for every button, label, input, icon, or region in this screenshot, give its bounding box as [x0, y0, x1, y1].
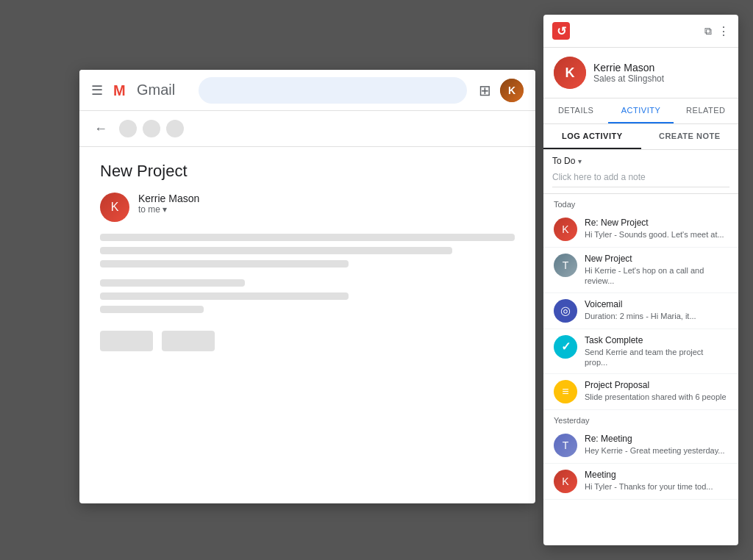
email-subject: New Project [100, 162, 515, 181]
activity-item-project-proposal[interactable]: ≡ Project Proposal Slide presentation sh… [543, 374, 738, 410]
tab-details[interactable]: DETAILS [543, 98, 608, 123]
sender-avatar: K [100, 193, 129, 222]
activity-icon-tyler-2: T [554, 434, 577, 457]
todo-dropdown-icon[interactable]: ▾ [578, 157, 582, 165]
profile-avatar: K [554, 57, 586, 89]
section-header-today: Today [543, 194, 738, 212]
crm-top-icons: ⧉ ⋮ [704, 24, 729, 38]
nav-circles [119, 120, 184, 137]
gmail-logo-text: Gmail [137, 82, 175, 98]
activity-text-re-meeting: Re: Meeting Hey Kerrie - Great meeting y… [585, 434, 725, 456]
activity-item-re-meeting[interactable]: T Re: Meeting Hey Kerrie - Great meeting… [543, 428, 738, 464]
activity-icon-voicemail: ◎ [554, 299, 577, 323]
skeleton-line [100, 279, 245, 287]
skeleton-group [100, 279, 515, 313]
subtab-create-note[interactable]: CREATE NOTE [641, 124, 739, 149]
gmail-m-svg: M [110, 79, 134, 102]
activity-title: Re: New Project [585, 218, 724, 228]
activity-text-voicemail: Voicemail Duration: 2 mins - Hi Maria, i… [585, 299, 696, 321]
activity-icon-kerrie-2: K [554, 470, 577, 493]
tab-activity[interactable]: ACTIVITY [608, 98, 673, 123]
activity-item-meeting[interactable]: K Meeting Hi Tyler - Thanks for your tim… [543, 464, 738, 500]
activity-text-new-project: New Project Hi Kerrie - Let's hop on a c… [585, 254, 728, 287]
profile-subtitle: Sales at Slingshot [593, 73, 664, 84]
apps-icon[interactable]: ⊞ [479, 82, 491, 99]
gmail-icons-right: ⊞ K [479, 79, 524, 102]
skeleton-btn [100, 331, 153, 351]
crm-profile: K Kerrie Mason Sales at Slingshot [543, 48, 738, 98]
activity-item-re-new-project[interactable]: K Re: New Project Hi Tyler - Sounds good… [543, 212, 738, 248]
menu-icon[interactable]: ☰ [91, 82, 103, 98]
external-link-icon[interactable]: ⧉ [704, 25, 712, 37]
email-sender-row: K Kerrie Mason to me ▾ [100, 193, 515, 222]
crm-panel: ↺ ⧉ ⋮ K Kerrie Mason Sales at Slingshot … [543, 15, 738, 545]
activity-title: Voicemail [585, 299, 696, 309]
nav-circle-3 [166, 120, 184, 137]
activity-text-project-proposal: Project Proposal Slide presentation shar… [585, 380, 727, 402]
todo-label: To Do [552, 156, 575, 166]
todo-row: To Do ▾ [552, 156, 729, 166]
gmail-topbar: ☰ M Gmail ⊞ K [79, 70, 535, 111]
skeleton-line [100, 234, 515, 241]
sender-info: Kerrie Mason to me ▾ [138, 193, 199, 215]
activity-preview: Hi Tyler - Sounds good. Let's meet at... [585, 229, 724, 240]
gmail-window: ☰ M Gmail ⊞ K ← [79, 70, 535, 503]
more-options-icon[interactable]: ⋮ [718, 24, 729, 38]
back-button[interactable]: ← [94, 121, 107, 137]
log-activity-area: To Do ▾ Click here to add a note [543, 150, 738, 194]
profile-info: Kerrie Mason Sales at Slingshot [593, 62, 664, 84]
activity-title: New Project [585, 254, 728, 264]
activity-title: Project Proposal [585, 380, 727, 390]
activity-text-task-complete: Task Complete Send Kerrie and team the p… [585, 335, 728, 368]
sender-to: to me ▾ [138, 204, 199, 215]
skeleton-btn [162, 331, 215, 351]
sender-name: Kerrie Mason [138, 193, 199, 204]
skeleton-line [100, 247, 452, 254]
activity-feed: Today K Re: New Project Hi Tyler - Sound… [543, 194, 738, 545]
activity-subtabs: LOG ACTIVITY CREATE NOTE [543, 124, 738, 150]
activity-icon-document: ≡ [554, 380, 577, 403]
divider-line [552, 187, 729, 187]
activity-icon-task: ✓ [554, 335, 577, 359]
nav-circle-2 [143, 120, 160, 137]
activity-preview: Hi Tyler - Thanks for your time tod... [585, 481, 713, 492]
activity-text-meeting: Meeting Hi Tyler - Thanks for your time … [585, 470, 713, 492]
skeleton-line [100, 292, 349, 300]
subtab-log-activity[interactable]: LOG ACTIVITY [543, 124, 641, 149]
activity-preview: Send Kerrie and team the project prop... [585, 347, 728, 368]
nav-circle-1 [119, 120, 137, 137]
email-skeleton [100, 234, 515, 351]
activity-preview: Duration: 2 mins - Hi Maria, it... [585, 311, 696, 321]
gmail-user-avatar[interactable]: K [500, 79, 524, 102]
email-body: New Project K Kerrie Mason to me ▾ [79, 147, 535, 366]
svg-text:M: M [113, 82, 126, 98]
profile-name: Kerrie Mason [593, 62, 664, 73]
crm-main-tabs: DETAILS ACTIVITY RELATED [543, 98, 738, 124]
gmail-search[interactable] [199, 77, 467, 104]
gmail-logo: M Gmail [110, 79, 175, 102]
skeleton-line [100, 260, 349, 268]
skeleton-line [100, 306, 204, 313]
activity-preview: Slide presentation shared with 6 people [585, 392, 727, 402]
activity-item-voicemail[interactable]: ◎ Voicemail Duration: 2 mins - Hi Maria,… [543, 293, 738, 329]
activity-title: Meeting [585, 470, 713, 480]
activity-text-re-new-project: Re: New Project Hi Tyler - Sounds good. … [585, 218, 724, 240]
activity-preview: Hi Kerrie - Let's hop on a call and revi… [585, 265, 728, 287]
activity-title: Task Complete [585, 335, 728, 345]
activity-item-task-complete[interactable]: ✓ Task Complete Send Kerrie and team the… [543, 329, 738, 375]
skeleton-btn-row [100, 331, 515, 351]
note-input-placeholder[interactable]: Click here to add a note [552, 170, 729, 184]
activity-icon-kerrie-1: K [554, 218, 577, 241]
section-header-yesterday: Yesterday [543, 410, 738, 428]
activity-title: Re: Meeting [585, 434, 725, 444]
activity-preview: Hey Kerrie - Great meeting yesterday... [585, 445, 725, 456]
crm-logo: ↺ [552, 22, 570, 40]
crm-topbar: ↺ ⧉ ⋮ [543, 15, 738, 48]
activity-item-new-project[interactable]: T New Project Hi Kerrie - Let's hop on a… [543, 248, 738, 293]
tab-related[interactable]: RELATED [674, 98, 738, 123]
email-nav: ← [79, 111, 535, 147]
activity-icon-tyler-1: T [554, 254, 577, 277]
